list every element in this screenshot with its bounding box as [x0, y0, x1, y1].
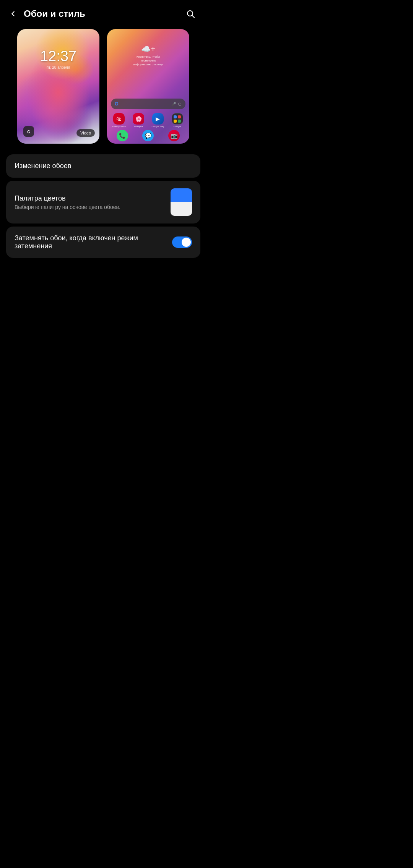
- dock-camera[interactable]: 📷: [166, 130, 182, 141]
- phone-icon: 📞: [117, 130, 128, 141]
- google-apps-label: Google: [174, 125, 181, 128]
- palette-subtitle: Выберите палитру на основе цвета обоев.: [15, 204, 120, 210]
- previews-row: 12:37 пт, 28 апреля c Video ☁️+ Коснитес…: [0, 25, 206, 151]
- darken-wallpaper-title: Затемнять обои, когда включен режим зате…: [15, 234, 166, 250]
- weather-text: Коснитесь, чтобы посмотреть информацию о…: [133, 55, 164, 66]
- palette-blue: [171, 188, 192, 202]
- galaxy-store-label: Galaxy Store: [112, 125, 126, 128]
- google-g-icon: G: [115, 101, 118, 107]
- darken-wallpaper-section[interactable]: Затемнять обои, когда включен режим зате…: [6, 227, 200, 258]
- home-apps-grid: 🛍 Galaxy Store 🌸 Галерея ▶ Google Play: [107, 112, 189, 129]
- lock-badge-c: c: [23, 126, 34, 137]
- change-wallpaper-title: Изменение обоев: [15, 162, 71, 170]
- lens-icon: ⬡: [178, 102, 182, 106]
- messages-icon: 💬: [142, 130, 154, 141]
- lock-time: 12:37: [40, 48, 76, 65]
- page-title: Обои и стиль: [20, 8, 184, 19]
- palette-white: [171, 202, 192, 216]
- lock-badge-video: Video: [76, 129, 95, 137]
- color-palette-section[interactable]: Палитра цветов Выберите палитру на основ…: [6, 181, 200, 223]
- change-wallpaper-section[interactable]: Изменение обоев: [6, 154, 200, 178]
- gallery-label: Галерея: [134, 125, 143, 128]
- lock-date: пт, 28 апреля: [47, 65, 70, 70]
- palette-text: Палитра цветов Выберите палитру на основ…: [15, 194, 120, 210]
- home-dock: 📞 💬 📷: [107, 129, 189, 144]
- svg-line-1: [192, 16, 195, 18]
- google-play-icon: ▶: [152, 113, 164, 125]
- app-gallery[interactable]: 🌸 Галерея: [130, 113, 147, 128]
- google-play-label: Google Play: [152, 125, 164, 128]
- palette-preview-icon: [171, 188, 192, 216]
- camera-icon: 📷: [168, 130, 180, 141]
- app-google-apps[interactable]: Google: [169, 113, 186, 128]
- gallery-icon: 🌸: [133, 113, 144, 125]
- google-apps-icon: [172, 113, 183, 125]
- darken-wallpaper-toggle[interactable]: [172, 236, 192, 248]
- galaxy-store-icon: 🛍: [113, 113, 125, 125]
- search-button[interactable]: [184, 7, 197, 21]
- toggle-knob: [182, 238, 191, 247]
- palette-title: Палитра цветов: [15, 194, 120, 202]
- home-weather-widget: ☁️+ Коснитесь, чтобы посмотреть информац…: [107, 29, 189, 66]
- home-overlay: ☁️+ Коснитесь, чтобы посмотреть информац…: [107, 29, 189, 144]
- weather-icon: ☁️+: [141, 44, 155, 53]
- home-search-bar[interactable]: G 🎤 ⬡: [111, 99, 185, 109]
- app-galaxy-store[interactable]: 🛍 Galaxy Store: [111, 113, 127, 128]
- home-screen-preview[interactable]: ☁️+ Коснитесь, чтобы посмотреть информац…: [107, 29, 189, 144]
- lock-screen-preview[interactable]: 12:37 пт, 28 апреля c Video: [17, 29, 99, 144]
- toggle-content: Затемнять обои, когда включен режим зате…: [15, 234, 192, 250]
- apps-row-1: 🛍 Galaxy Store 🌸 Галерея ▶ Google Play: [109, 113, 187, 128]
- back-button[interactable]: [6, 7, 20, 21]
- app-google-play[interactable]: ▶ Google Play: [150, 113, 166, 128]
- dock-phone[interactable]: 📞: [114, 130, 131, 141]
- darken-wallpaper-text: Затемнять обои, когда включен режим зате…: [15, 234, 172, 250]
- header: Обои и стиль: [0, 0, 206, 25]
- palette-content: Палитра цветов Выберите палитру на основ…: [15, 188, 192, 216]
- dock-messages[interactable]: 💬: [140, 130, 156, 141]
- mic-icon: 🎤: [171, 102, 176, 106]
